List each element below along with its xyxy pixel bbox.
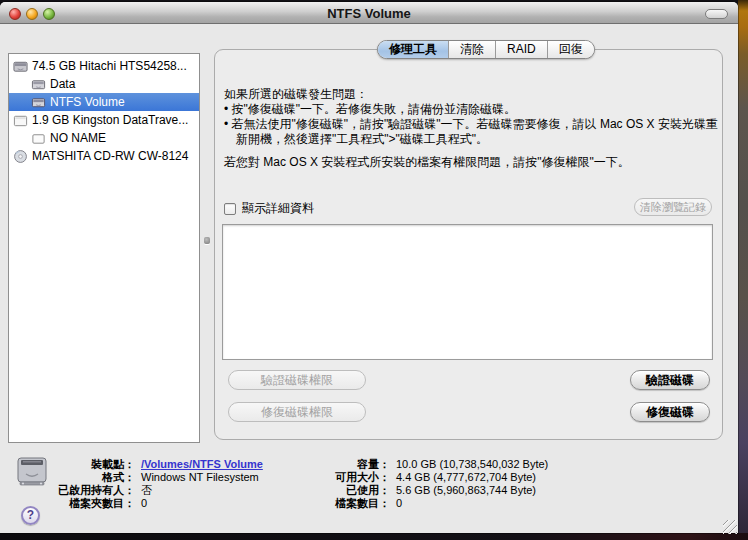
sidebar-item-label: NTFS Volume [50, 95, 125, 109]
used-label: 已使用： [255, 484, 390, 497]
repair-disk-button[interactable]: 修復磁碟 [630, 402, 710, 422]
available-value: 4.4 GB (4,777,672,704 Byte) [396, 471, 536, 484]
file-count-value: 0 [396, 497, 402, 510]
tab-erase[interactable]: 清除 [448, 41, 495, 58]
tab-first-aid[interactable]: 修理工具 [378, 41, 448, 58]
owners-enabled-label: 已啟用持有人： [0, 484, 135, 497]
desktop-background [738, 0, 748, 540]
internal-disk-icon [13, 59, 28, 74]
sidebar-item-no-name[interactable]: NO NAME [9, 129, 199, 147]
tab-restore[interactable]: 回復 [547, 41, 594, 58]
instructions-bullet: • 若無法使用"修復磁碟"，請按"驗證磁碟"一下。若磁碟需要修復，請以 Mac … [224, 117, 718, 147]
repair-permissions-button[interactable]: 修復磁碟權限 [228, 402, 366, 422]
format-value: Windows NT Filesystem [141, 471, 259, 484]
instructions-bullet: • 按"修復磁碟"一下。若修復失敗，請備份並清除磁碟。 [224, 102, 718, 117]
sidebar-item-label: NO NAME [50, 131, 106, 145]
sidebar-resize-handle[interactable] [204, 237, 210, 244]
optical-drive-icon [13, 149, 28, 164]
file-count-label: 檔案數目： [255, 497, 390, 510]
window-title: NTFS Volume [0, 6, 738, 21]
mount-point-label: 裝載點： [0, 458, 135, 471]
volume-info-right: 容量： 10.0 GB (10,738,540,032 Byte) 可用大小： … [255, 458, 548, 510]
device-list: 74.5 GB Hitachi HTS54258... Data NTFS Vo… [8, 53, 200, 443]
first-aid-instructions: 如果所選的磁碟發生問題： • 按"修復磁碟"一下。若修復失敗，請備份並清除磁碟。… [224, 87, 718, 170]
sidebar-item-label: Data [50, 77, 75, 91]
show-details-row: 顯示詳細資料 [224, 200, 314, 217]
volume-info-left: 裝載點： /Volumes/NTFS Volume 格式： Windows NT… [0, 458, 263, 510]
instructions-permissions-note: 若您對 Mac OS X 安裝程式所安裝的檔案有權限問題，請按"修復權限"一下。 [224, 155, 718, 170]
available-label: 可用大小： [255, 471, 390, 484]
capacity-label: 容量： [255, 458, 390, 471]
external-volume-icon [31, 131, 46, 146]
tab-raid[interactable]: RAID [495, 41, 547, 58]
window-titlebar[interactable]: NTFS Volume [0, 2, 738, 24]
sidebar-item-kingston-disk[interactable]: 1.9 GB Kingston DataTrave... [9, 111, 199, 129]
sidebar-item-matshita-cdrw[interactable]: MATSHITA CD-RW CW-8124 [9, 147, 199, 165]
volume-icon [31, 77, 46, 92]
show-details-checkbox[interactable] [224, 203, 236, 215]
sidebar-item-label: MATSHITA CD-RW CW-8124 [32, 149, 188, 163]
mount-point-link[interactable]: /Volumes/NTFS Volume [141, 458, 263, 470]
folder-count-value: 0 [141, 497, 147, 510]
verify-disk-button[interactable]: 驗證磁碟 [630, 370, 710, 390]
capacity-value: 10.0 GB (10,738,540,032 Byte) [396, 458, 548, 471]
clear-history-button[interactable]: 清除瀏覽記錄 [634, 198, 712, 216]
verify-permissions-button[interactable]: 驗證磁碟權限 [228, 370, 366, 390]
sidebar-item-label: 1.9 GB Kingston DataTrave... [32, 113, 188, 127]
toolbar-toggle-button[interactable] [705, 9, 728, 19]
sidebar-item-hitachi-disk[interactable]: 74.5 GB Hitachi HTS54258... [9, 57, 199, 75]
sidebar-item-data[interactable]: Data [9, 75, 199, 93]
owners-enabled-value: 否 [141, 484, 152, 497]
desktop-background-bottom [0, 533, 748, 540]
sidebar-item-label: 74.5 GB Hitachi HTS54258... [32, 59, 187, 73]
tab-bar: 修理工具 清除 RAID 回復 [377, 40, 595, 59]
sidebar-item-ntfs-volume[interactable]: NTFS Volume [9, 93, 199, 111]
format-label: 格式： [0, 471, 135, 484]
external-disk-icon [13, 113, 28, 128]
folder-count-label: 檔案夾數目： [0, 497, 135, 510]
used-value: 5.6 GB (5,960,863,744 Byte) [396, 484, 536, 497]
volume-icon [31, 95, 46, 110]
instructions-intro: 如果所選的磁碟發生問題： [224, 87, 718, 102]
window-resize-grip[interactable] [723, 520, 737, 534]
show-details-label: 顯示詳細資料 [242, 200, 314, 217]
first-aid-log-area [222, 224, 713, 360]
disk-utility-window: NTFS Volume 74.5 GB Hitachi HTS54258... … [0, 2, 738, 533]
